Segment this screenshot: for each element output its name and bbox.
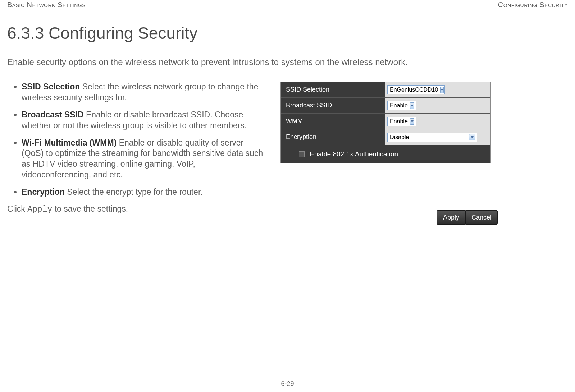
list-item: Broadcast SSID Enable or disable broadca… bbox=[22, 110, 266, 131]
button-bar: Apply Cancel bbox=[437, 210, 498, 225]
row-wmm: WMM Enable bbox=[281, 114, 490, 129]
chevron-down-icon bbox=[410, 118, 414, 125]
broadcast-ssid-dropdown[interactable]: Enable bbox=[387, 101, 416, 110]
security-config-panel: SSID Selection EnGeniusCCDD10 Broadcast … bbox=[280, 82, 491, 163]
ssid-selection-dropdown[interactable]: EnGeniusCCDD10 bbox=[387, 85, 445, 94]
chevron-down-icon bbox=[410, 102, 414, 109]
auth-label: Enable 802.1x Authentication bbox=[310, 150, 398, 158]
label-wmm: WMM bbox=[281, 117, 385, 125]
term-encryption: Encryption bbox=[22, 187, 65, 197]
definition-list: SSID Selection Select the wireless netwo… bbox=[7, 82, 266, 198]
row-broadcast-ssid: Broadcast SSID Enable bbox=[281, 98, 490, 114]
label-ssid-selection: SSID Selection bbox=[281, 86, 385, 93]
auth-checkbox[interactable] bbox=[299, 151, 305, 157]
chevron-down-icon bbox=[440, 87, 444, 93]
list-item: Wi-Fi Multimedia (WMM) Enable or disable… bbox=[22, 138, 266, 181]
row-ssid-selection: SSID Selection EnGeniusCCDD10 bbox=[281, 82, 490, 98]
apply-note: Click Apply to save the settings. bbox=[7, 204, 266, 214]
term-ssid-selection: SSID Selection bbox=[22, 82, 80, 91]
row-8021x-auth: Enable 802.1x Authentication bbox=[281, 145, 490, 163]
list-item: SSID Selection Select the wireless netwo… bbox=[22, 82, 266, 103]
page-number: 6-29 bbox=[0, 380, 575, 388]
header-right: Configuring Security bbox=[498, 1, 568, 9]
encryption-dropdown[interactable]: Disable bbox=[387, 133, 477, 142]
section-title: 6.3.3 Configuring Security bbox=[7, 23, 568, 43]
intro-text: Enable security options on the wireless … bbox=[7, 57, 568, 67]
cancel-button[interactable]: Cancel bbox=[465, 210, 498, 225]
term-broadcast-ssid: Broadcast SSID bbox=[22, 110, 84, 119]
apply-button[interactable]: Apply bbox=[437, 210, 465, 225]
page-header: Basic Network Settings Configuring Secur… bbox=[7, 0, 568, 9]
term-wmm: Wi-Fi Multimedia (WMM) bbox=[22, 138, 117, 147]
list-item: Encryption Select the encrypt type for t… bbox=[22, 187, 266, 198]
row-encryption: Encryption Disable bbox=[281, 129, 490, 145]
label-encryption: Encryption bbox=[281, 133, 385, 141]
chevron-down-icon bbox=[469, 134, 475, 140]
label-broadcast-ssid: Broadcast SSID bbox=[281, 102, 385, 109]
desc: Select the encrypt type for the router. bbox=[65, 187, 203, 197]
apply-code: Apply bbox=[27, 205, 52, 214]
wmm-dropdown[interactable]: Enable bbox=[387, 117, 416, 126]
header-left: Basic Network Settings bbox=[7, 1, 86, 9]
